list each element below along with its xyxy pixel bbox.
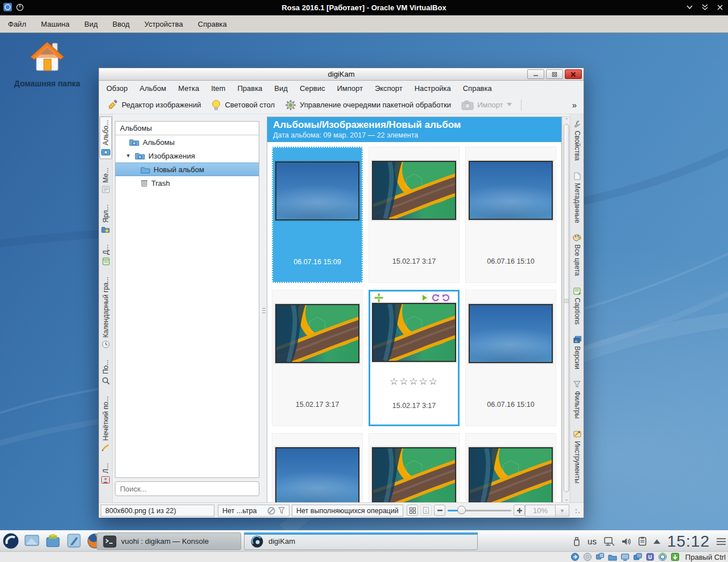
vbox-menu-devices[interactable]: Устройства xyxy=(144,20,183,28)
expander-icon[interactable]: ▼ xyxy=(126,153,131,159)
tab-tags[interactable]: Ме... xyxy=(100,165,112,196)
menu-view[interactable]: Вид xyxy=(274,84,288,93)
batch-queue-button[interactable]: Управление очередями пакетной обработки xyxy=(282,98,454,113)
task-button-digikam[interactable]: digiKam xyxy=(244,532,478,550)
menu-album[interactable]: Альбом xyxy=(140,84,167,93)
network-monitor-icon[interactable] xyxy=(603,536,615,547)
menu-export[interactable]: Экспорт xyxy=(375,84,403,93)
minimize-button[interactable] xyxy=(527,69,544,79)
panel-settings-icon[interactable] xyxy=(717,538,726,545)
task-button-konsole[interactable]: vuohi : digikam — Konsole xyxy=(97,532,241,550)
tab-properties[interactable]: Свойства xyxy=(571,118,584,163)
menu-tag[interactable]: Метка xyxy=(178,84,199,93)
vbox-minimize-icon[interactable] xyxy=(686,4,693,10)
album-search-input[interactable] xyxy=(115,481,259,496)
tab-dates[interactable]: Д... xyxy=(100,242,112,268)
tab-people[interactable]: Л... xyxy=(100,460,112,486)
menu-settings[interactable]: Настройка xyxy=(415,84,451,93)
tab-metadata[interactable]: Метаданные xyxy=(571,170,584,226)
vbox-menu-view[interactable]: Вид xyxy=(84,20,98,28)
album-folder-icon xyxy=(135,152,145,160)
single-view-button[interactable]: 1 xyxy=(420,505,432,516)
thumbnail-cell[interactable]: 15.02.17 3:17 xyxy=(272,290,363,426)
vbox-menu-machine[interactable]: Машина xyxy=(41,20,69,28)
vbox-menu-file[interactable]: Файл xyxy=(8,20,26,28)
grid-view-button[interactable] xyxy=(407,505,418,516)
digikam-titlebar[interactable]: digiKam xyxy=(99,68,584,81)
menu-item[interactable]: Item xyxy=(211,84,225,93)
import-button[interactable]: Импорт xyxy=(458,98,515,112)
tab-labels[interactable]: Ярл... xyxy=(100,202,112,236)
thumbnail-hover-overlay xyxy=(371,293,459,304)
toolbar-overflow-button[interactable]: » xyxy=(572,100,579,110)
zoom-slider-handle[interactable] xyxy=(457,506,466,514)
thumbnail-view: Альбомы/Изображения/Новый альбом Дата ал… xyxy=(267,116,562,503)
menu-browse[interactable]: Обзор xyxy=(106,84,128,93)
combo-dropdown-icon[interactable]: ▼ xyxy=(555,505,569,516)
thumbnail-cell[interactable]: 15.02.17 3:17 xyxy=(369,147,460,283)
clipboard-icon[interactable] xyxy=(638,536,647,546)
vbox-network-icon xyxy=(608,552,617,561)
home-folder-desktop-icon[interactable]: Домашняя папка xyxy=(10,40,84,89)
thumbnail-cell[interactable] xyxy=(272,433,363,503)
notebook-icon xyxy=(102,257,110,265)
usb-device-icon[interactable] xyxy=(573,536,581,547)
tree-item-albums-root[interactable]: Альбомы xyxy=(115,135,259,149)
scrollbar-thumb[interactable] xyxy=(564,124,569,492)
image-editor-button[interactable]: Редактор изображений xyxy=(104,98,204,113)
light-table-button[interactable]: Световой стол xyxy=(208,98,278,113)
menu-tools[interactable]: Сервис xyxy=(300,84,325,93)
vbox-restore-icon[interactable] xyxy=(701,3,709,11)
thumbnail-cell[interactable] xyxy=(465,433,556,503)
tree-item-trash[interactable]: Trash xyxy=(115,176,259,190)
volume-icon[interactable] xyxy=(622,537,631,546)
thumbnail-cell[interactable]: 06.07.16 15:10 xyxy=(465,290,556,426)
thumbnail-cell-hovered[interactable]: ☆☆☆☆☆ 15.02.17 3:17 xyxy=(369,290,460,426)
play-icon[interactable] xyxy=(419,293,429,303)
keyboard-layout-indicator[interactable]: us xyxy=(588,536,597,546)
launcher-menu-icon[interactable] xyxy=(2,532,19,549)
tab-versions[interactable]: Версии xyxy=(571,334,584,372)
vbox-menu-input[interactable]: Ввод xyxy=(113,20,130,28)
thumbnail-cell[interactable] xyxy=(369,433,460,503)
show-desktop-icon[interactable] xyxy=(23,532,40,549)
rotate-left-icon[interactable] xyxy=(431,293,441,303)
window-resize-grip[interactable] xyxy=(575,509,582,515)
close-button[interactable] xyxy=(565,69,582,79)
rotate-right-icon[interactable] xyxy=(441,293,451,303)
menu-import[interactable]: Импорт xyxy=(337,84,362,93)
menu-edit[interactable]: Правка xyxy=(237,84,262,93)
maximize-button[interactable] xyxy=(546,69,563,79)
text-editor-icon[interactable] xyxy=(65,532,82,549)
vbox-menu-help[interactable]: Справка xyxy=(198,20,227,28)
tab-colors[interactable]: Все цвета xyxy=(571,232,584,278)
tray-expand-icon[interactable] xyxy=(653,539,660,544)
add-icon[interactable] xyxy=(374,293,384,303)
rating-stars[interactable]: ☆☆☆☆☆ xyxy=(370,376,458,388)
menu-help[interactable]: Справка xyxy=(463,84,492,93)
clock[interactable]: 15:12 xyxy=(667,532,710,551)
vbox-close-icon[interactable] xyxy=(717,4,723,11)
tree-item-pictures[interactable]: ▼ Изображения xyxy=(115,149,259,163)
zoom-in-button[interactable] xyxy=(514,505,525,516)
tab-albums[interactable]: Альбо... xyxy=(100,116,112,159)
zoom-level-combo[interactable]: 10% ▼ xyxy=(525,505,569,517)
tree-item-new-album[interactable]: Новый альбом xyxy=(115,163,259,176)
desktop-wallpaper: Домашняя папка digiKam Обзор Альбом Метк… xyxy=(0,33,728,530)
thumbnail-cell-selected[interactable]: 06.07.16 15:09 xyxy=(272,147,363,283)
tab-fuzzy-search[interactable]: Нечёткий по... xyxy=(100,393,112,455)
tab-search[interactable]: По... xyxy=(100,357,112,388)
toolbar-separator xyxy=(521,99,522,111)
filter-funnel-icon[interactable] xyxy=(278,507,285,514)
zoom-slider[interactable] xyxy=(448,505,511,516)
tab-filters[interactable]: Фильтры xyxy=(571,378,584,421)
digikam-window-title: digiKam xyxy=(99,70,584,78)
zoom-out-button[interactable] xyxy=(434,505,445,516)
tab-captions[interactable]: Captions xyxy=(571,285,584,327)
thumbnail-grid: 06.07.16 15:09 15.02.17 3:17 06.07.16 15… xyxy=(267,142,561,503)
software-center-icon[interactable] xyxy=(44,532,61,549)
panel-splitter[interactable] xyxy=(262,304,266,317)
thumbnail-cell[interactable]: 06.07.16 15:10 xyxy=(465,147,556,283)
tab-tools[interactable]: Инструменты xyxy=(571,428,584,486)
tab-timeline[interactable]: Календарный гра... xyxy=(100,274,112,351)
